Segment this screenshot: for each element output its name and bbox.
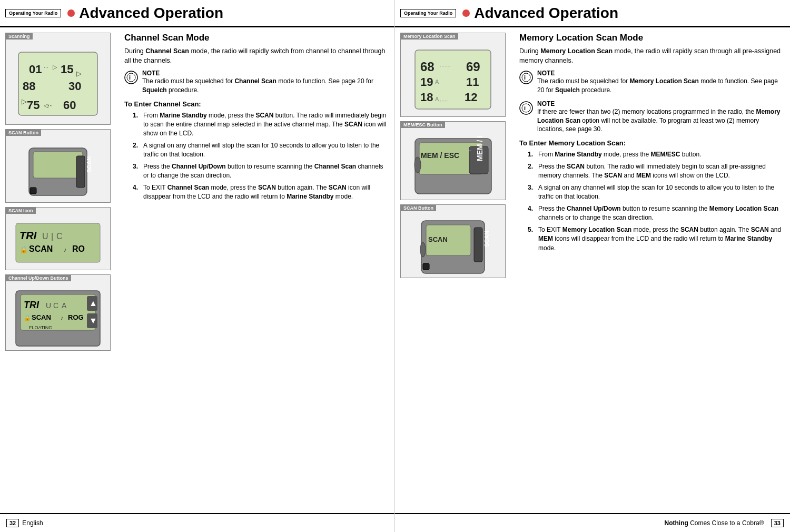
svg-text:12: 12 (465, 91, 477, 104)
scan-btn-label: SCAN Button (6, 130, 41, 136)
step-4: 4. To EXIT Channel Scan mode, press the … (131, 183, 389, 201)
svg-text:SCAN: SCAN (86, 156, 92, 173)
note-block-1: i NOTE The radio must be squelched for C… (124, 70, 389, 95)
svg-text:60: 60 (63, 98, 76, 112)
enter-mem-scan-heading: To Enter Memory Location Scan: (519, 139, 785, 147)
svg-text:A: A (62, 301, 67, 310)
svg-text:◁···: ◁··· (44, 102, 53, 109)
step-3-num: 3. (133, 162, 141, 180)
scan-icon-graphic: TRI U | C 🔒 SCAN ♪ RO (13, 219, 103, 269)
svg-text:▷: ▷ (22, 97, 27, 105)
svg-text:TRI: TRI (24, 300, 39, 310)
note-block-3: i NOTE If there are fewer than two (2) m… (519, 100, 785, 134)
scanning-display-svg: 01 ··· ▷ 15 ▷ 88 30 ▷ 75 ◁··· 60 (13, 47, 103, 121)
mem-step-4-num: 4. (528, 204, 536, 222)
svg-rect-68 (423, 263, 429, 270)
scan-btn2-label: SCAN Button (401, 205, 436, 211)
mem-esc-label: MEM/ESC Button (401, 122, 445, 128)
svg-text:C: C (53, 301, 58, 310)
svg-text:30: 30 (68, 80, 81, 93)
right-page-header: Operating Your Radio Advanced Operation (395, 0, 790, 27)
enter-channel-scan-heading: To Enter Channel Scan: (124, 100, 389, 108)
right-image-column: Memory Location Scan 68 ······· 69 19 A … (400, 33, 511, 508)
right-page-content: Memory Location Scan 68 ······· 69 19 A … (395, 27, 790, 513)
step-4-num: 4. (133, 183, 141, 201)
ch-updown-label: Channel Up/Down Buttons (6, 275, 71, 281)
mem-scan-heading: Memory Location Scan Mode (519, 33, 785, 43)
svg-text:A: A (435, 78, 439, 85)
svg-text:FLOATING: FLOATING (29, 325, 52, 330)
svg-text:|: | (51, 232, 53, 241)
step-1-text: From Marine Standby mode, press the SCAN… (143, 111, 389, 138)
mem-step-5-text: To EXIT Memory Location Scan mode, press… (538, 225, 785, 252)
svg-point-42 (127, 73, 135, 82)
svg-text:18: 18 (420, 91, 433, 104)
mem-step-3: 3. A signal on any channel will stop the… (526, 183, 785, 201)
svg-rect-13 (33, 152, 83, 178)
note-3-title: NOTE (537, 100, 785, 107)
svg-text:←: ← (467, 147, 472, 153)
mem-scan-label: Memory Location Scan (401, 33, 458, 40)
svg-text:MEM / ESC: MEM / ESC (421, 151, 459, 160)
step-1: 1. From Marine Standby mode, press the S… (131, 111, 389, 138)
step-2: 2. A signal on any channel will stop the… (131, 141, 389, 159)
svg-text:U: U (42, 232, 48, 241)
svg-text:▼: ▼ (89, 316, 97, 325)
left-page-num: 32 (6, 519, 19, 527)
mem-step-3-num: 3. (528, 183, 536, 201)
mem-scan-intro: During Memory Location Scan mode, the ra… (519, 46, 785, 65)
svg-text:88: 88 (23, 80, 35, 93)
svg-text:i: i (129, 74, 131, 81)
mem-step-3-text: A signal on any channel will stop the sc… (538, 183, 785, 201)
mem-scan-image-box: Memory Location Scan 68 ······· 69 19 A … (400, 33, 506, 117)
scan-btn2-image-box: SCAN Button SCAN SCAN (400, 204, 506, 278)
mem-step-1-text: From Marine Standby mode, press the MEM/… (538, 150, 701, 159)
mem-step-5: 5. To EXIT Memory Location Scan mode, pr… (526, 225, 785, 252)
right-header-badge: Operating Your Radio (400, 9, 456, 17)
right-header-title: Advanced Operation (474, 5, 618, 22)
channel-scan-intro: During Channel Scan mode, the radio will… (124, 46, 389, 65)
left-footer: 32 English (0, 513, 394, 532)
note-3-text: If there are fewer than two (2) memory l… (537, 107, 785, 134)
step-3-text: Press the Channel Up/Down button to resu… (143, 162, 389, 180)
right-header-dot (462, 9, 470, 17)
step-2-text: A signal on any channel will stop the sc… (143, 141, 389, 159)
svg-rect-14 (76, 156, 85, 188)
svg-text:♪: ♪ (61, 314, 64, 321)
mem-step-1: 1. From Marine Standby mode, press the M… (526, 150, 785, 159)
scan-btn-svg: SCAN (18, 145, 97, 198)
svg-text:SCAN: SCAN (428, 235, 448, 243)
right-text-column: Memory Location Scan Mode During Memory … (511, 33, 785, 508)
scan-btn2-svg: SCAN SCAN (413, 218, 492, 276)
left-text-column: Channel Scan Mode During Channel Scan mo… (116, 33, 389, 508)
note-2-content: NOTE The radio must be squelched for Mem… (537, 70, 785, 95)
note-icon-1: i (124, 71, 138, 84)
left-footer-lang: English (22, 519, 43, 527)
svg-text:01: 01 (29, 63, 42, 76)
ch-updown-graphic: TRI U C A 🔒 SCAN ♪ ROG FLOATING ▲ ▼ (13, 288, 103, 349)
step-2-num: 2. (133, 141, 141, 159)
svg-text:C: C (56, 232, 63, 241)
note-1-text: The radio must be squelched for Channel … (142, 77, 389, 95)
svg-text:A: A (435, 96, 439, 102)
svg-text:♪: ♪ (63, 245, 67, 253)
tagline-nothing: Nothing (665, 519, 688, 527)
step-4-text: To EXIT Channel Scan mode, press the SCA… (143, 183, 389, 201)
svg-text:19: 19 (420, 75, 433, 88)
ch-updown-image-box: Channel Up/Down Buttons TRI U C A 🔒 SCAN… (5, 274, 111, 351)
svg-text:MEM / ESC: MEM / ESC (476, 136, 484, 161)
step-3: 3. Press the Channel Up/Down button to r… (131, 162, 389, 180)
mem-step-2-text: Press the SCAN button. The radio will im… (538, 162, 785, 180)
step-1-num: 1. (133, 111, 141, 138)
mem-step-4: 4. Press the Channel Up/Down button to r… (526, 204, 785, 222)
svg-text:▲: ▲ (89, 299, 97, 308)
svg-text:SCAN: SCAN (32, 313, 51, 321)
scan-icon-svg: TRI U | C 🔒 SCAN ♪ RO (13, 219, 103, 267)
left-header-title: Advanced Operation (79, 5, 223, 22)
note-3-content: NOTE If there are fewer than two (2) mem… (537, 100, 785, 134)
mem-esc-image-box: MEM/ESC Button MEM / ESC MEM / ESC ← (400, 121, 506, 200)
svg-text:▷: ▷ (76, 70, 82, 77)
left-image-column: Scanning 01 ··· ▷ 15 ▷ 88 30 ▷ 75 ◁··· 6… (5, 33, 116, 508)
svg-text:SCAN: SCAN (29, 244, 53, 253)
svg-text:▷: ▷ (53, 64, 57, 70)
